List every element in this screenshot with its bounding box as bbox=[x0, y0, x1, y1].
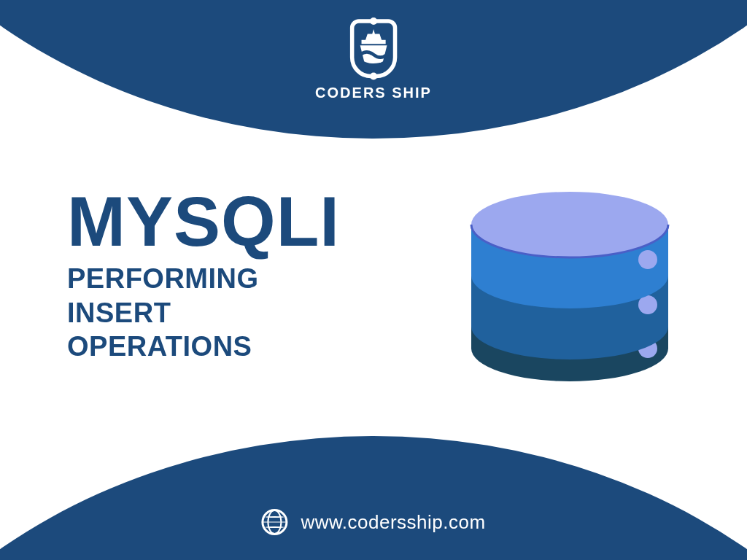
subtitle-line-1: PERFORMING bbox=[67, 262, 340, 295]
svg-point-0 bbox=[370, 18, 377, 25]
subtitle-line-2: INSERT bbox=[67, 296, 340, 330]
subtitle-line-3: OPERATIONS bbox=[67, 330, 340, 363]
page-title: MYSQLI bbox=[67, 188, 340, 254]
ship-logo-icon bbox=[340, 13, 407, 80]
logo-block: CODERS SHIP bbox=[315, 13, 432, 101]
page-subtitle: PERFORMING INSERT OPERATIONS bbox=[67, 262, 340, 363]
headline-block: MYSQLI PERFORMING INSERT OPERATIONS bbox=[67, 188, 340, 363]
svg-point-4 bbox=[638, 250, 657, 269]
globe-icon bbox=[261, 509, 287, 535]
website-url: www.codersship.com bbox=[301, 511, 485, 534]
database-icon bbox=[457, 166, 683, 392]
brand-name: CODERS SHIP bbox=[315, 85, 432, 101]
footer: www.codersship.com bbox=[261, 509, 485, 535]
bottom-arc bbox=[0, 436, 747, 560]
svg-point-1 bbox=[370, 72, 377, 79]
